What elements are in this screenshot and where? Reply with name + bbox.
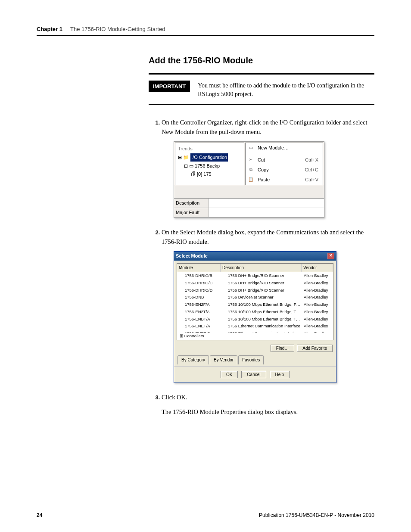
chapter-label: Chapter 1 [37,26,62,32]
module-row[interactable]: 1756-DHRIO/C1756 DH+ Bridge/RIO ScannerA… [177,280,333,287]
module-row[interactable]: 1756-EN2T/A1756 10/100 Mbps Ethernet Bri… [177,308,333,316]
ok-button[interactable]: OK [221,371,238,378]
module-row[interactable]: 1756-EN2F/A1756 10/100 Mbps Ethernet Bri… [177,301,333,308]
tree-trends: Trends [176,145,243,153]
new-module-icon: ▭ [247,144,254,151]
chapter-title: The 1756-RIO Module-Getting Started [70,26,165,32]
step-2: On the Select Module dialog box, expand … [162,227,374,383]
module-row[interactable]: 1756-ENET/A1756 Ethernet Communication I… [177,323,333,330]
controllers-node[interactable]: ⊞ Controllers [177,333,333,340]
tab-by-vendor[interactable]: By Vendor [210,355,237,364]
tree-pane: Trends ⊟ 📁 I/O Configuration ⊟ ▭ 1756 Ba… [175,143,244,185]
rule [149,73,374,75]
screenshot-select-module: Select Module ✕ Module Description Vendo… [174,251,336,383]
rule [149,104,374,105]
module-row[interactable]: 1756-DNB1756 DeviceNet ScannerAllen-Brad… [177,294,333,301]
menu-paste[interactable]: 📋 Paste Ctrl+V [246,175,323,185]
important-badge: IMPORTANT [149,81,190,92]
cut-icon: ✂ [247,156,254,163]
module-row[interactable]: 1756-ENBT/A1756 10/100 Mbps Ethernet Bri… [177,316,333,323]
screenshot-io-config: Trends ⊟ 📁 I/O Configuration ⊟ ▭ 1756 Ba… [174,141,324,218]
page-header: Chapter 1 The 1756-RIO Module-Getting St… [37,26,374,36]
col-vendor: Vendor [302,264,333,272]
description-label: Description [174,199,209,208]
tab-by-category[interactable]: By Category [177,355,209,364]
module-row[interactable]: 1756-DHRIO/D1756 DH+ Bridge/RIO ScannerA… [177,287,333,294]
dialog-title: Select Module [176,252,208,260]
cancel-button[interactable]: Cancel [241,371,266,378]
help-button[interactable]: Help [270,371,290,378]
tree-io-config[interactable]: ⊟ 📁 I/O Configuration [176,153,243,162]
col-description: Description [221,264,302,272]
publication-info: Publication 1756-UM534B-EN-P - November … [259,512,374,518]
close-icon[interactable]: ✕ [327,253,334,259]
copy-icon: ⧉ [247,166,254,173]
tree-backplane[interactable]: ⊟ ▭ 1756 Backp [176,162,243,170]
tree-slot0[interactable]: 🗍 [0] 175 [176,170,243,178]
module-row[interactable]: 1756-DHRIO/B1756 DH+ Bridge/RIO ScannerA… [177,272,333,280]
tab-favorites[interactable]: Favorites [238,355,264,364]
major-fault-label: Major Fault [174,208,209,217]
grid-header: Module Description Vendor [177,264,333,273]
page-number: 24 [37,512,42,518]
important-text: You must be offline to add the module to… [198,81,374,99]
add-favorite-button[interactable]: Add Favorite [297,345,333,352]
find-button[interactable]: Find… [271,345,294,352]
step-3: Click OK. The 1756-RIO Module Properties… [162,392,374,417]
menu-copy[interactable]: ⧉ Copy Ctrl+C [246,165,323,175]
step-3-followup: The 1756-RIO Module Properties dialog bo… [162,407,374,417]
context-menu: ▭ New Module… ✂ Cut Ctrl+X [245,143,323,185]
col-module: Module [177,264,221,272]
important-box: IMPORTANT You must be offline to add the… [149,81,374,99]
steps-list: On the Controller Organizer, right-click… [149,118,374,417]
page-footer: 24 Publication 1756-UM534B-EN-P - Novemb… [37,512,374,518]
menu-cut[interactable]: ✂ Cut Ctrl+X [246,155,323,165]
menu-new-module[interactable]: ▭ New Module… [246,143,323,153]
step-1: On the Controller Organizer, right-click… [162,118,374,218]
section-title: Add the 1756-RIO Module [149,56,374,65]
dialog-titlebar: Select Module ✕ [174,252,336,261]
paste-icon: 📋 [247,176,254,183]
module-grid: Module Description Vendor 1756-DHRIO/B17… [177,263,333,340]
